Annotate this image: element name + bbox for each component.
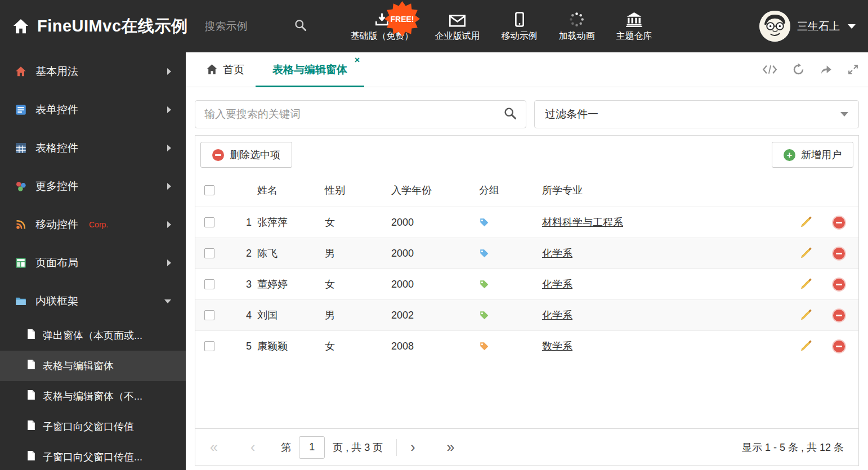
source-code-icon[interactable] bbox=[762, 64, 777, 75]
cell-name: 陈飞 bbox=[252, 247, 319, 260]
chevron-right-icon bbox=[167, 68, 171, 75]
sidebar-item-table-controls[interactable]: 表格控件 bbox=[0, 129, 186, 167]
row-checkbox[interactable] bbox=[204, 217, 214, 227]
top-header: FineUIMvc在线示例 FREE! 基础版（免费） 企业版试用 bbox=[0, 0, 868, 52]
edit-icon[interactable] bbox=[800, 246, 812, 258]
chevron-down-icon bbox=[848, 24, 856, 29]
delete-selected-label: 删除选中项 bbox=[230, 148, 280, 162]
sidebar-item-basic-usage[interactable]: 基本用法 bbox=[0, 52, 186, 91]
sidebar-subitem-child-to-parent[interactable]: 子窗口向父窗口传值 bbox=[0, 411, 186, 442]
nav-enterprise-trial[interactable]: 企业版试用 bbox=[435, 10, 480, 42]
table-row[interactable]: 4 刘国 男 2002 化学系 bbox=[195, 299, 858, 330]
page-number-input[interactable] bbox=[299, 436, 325, 459]
row-number: 1 bbox=[226, 217, 252, 229]
row-checkbox[interactable] bbox=[204, 310, 214, 320]
sidebar-item-inline-frame[interactable]: 内联框架 bbox=[0, 282, 186, 320]
sidebar-subitem-child-to-parent-2[interactable]: 子窗口向父窗口传值... bbox=[0, 442, 186, 470]
expand-icon[interactable] bbox=[847, 64, 859, 75]
tab-label: 表格与编辑窗体 bbox=[272, 62, 347, 77]
brand: FineUIMvc在线示例 bbox=[12, 15, 188, 38]
major-link[interactable]: 化学系 bbox=[542, 279, 572, 290]
cell-year: 2008 bbox=[386, 341, 471, 352]
header-search bbox=[205, 19, 307, 34]
major-link[interactable]: 数学系 bbox=[542, 341, 572, 352]
nav-mobile-demo[interactable]: 移动示例 bbox=[502, 10, 538, 42]
search-icon[interactable] bbox=[503, 106, 517, 122]
user-menu[interactable]: 三生石上 bbox=[759, 11, 856, 42]
sidebar-item-mobile-controls[interactable]: 移动控件 Corp. bbox=[0, 205, 186, 244]
keyword-search-input[interactable] bbox=[204, 108, 503, 120]
edit-icon[interactable] bbox=[800, 308, 812, 320]
next-page-button[interactable]: › bbox=[410, 440, 415, 454]
close-icon[interactable]: × bbox=[355, 56, 360, 65]
sidebar-item-more-controls[interactable]: 更多控件 bbox=[0, 167, 186, 205]
avatar bbox=[759, 11, 790, 42]
sidebar-subitem-grid-edit-window-2[interactable]: 表格与编辑窗体（不... bbox=[0, 381, 186, 411]
chevron-right-icon bbox=[167, 145, 171, 151]
table-row[interactable]: 3 董婷婷 女 2000 化学系 bbox=[195, 268, 858, 299]
delete-icon[interactable] bbox=[833, 248, 845, 259]
search-icon[interactable] bbox=[294, 19, 307, 34]
chevron-down-icon bbox=[840, 112, 848, 117]
chevron-right-icon bbox=[167, 183, 171, 190]
row-number: 4 bbox=[226, 310, 252, 321]
tab-grid-edit-window[interactable]: 表格与编辑窗体 × bbox=[256, 52, 364, 87]
sidebar-subitem-grid-edit-window[interactable]: 表格与编辑窗体 bbox=[0, 351, 186, 381]
nav-loading-animation[interactable]: 加载动画 bbox=[559, 10, 595, 42]
sidebar-subitem-popup-window[interactable]: 弹出窗体（本页面或... bbox=[0, 320, 186, 351]
row-checkbox[interactable] bbox=[204, 279, 214, 289]
filter-dropdown-value: 过滤条件一 bbox=[545, 107, 598, 122]
plus-circle-icon: + bbox=[784, 149, 795, 161]
cell-name: 董婷婷 bbox=[252, 277, 319, 291]
home-icon bbox=[15, 66, 27, 77]
table-row[interactable]: 1 张萍萍 女 2000 材料科学与工程系 bbox=[195, 207, 858, 238]
major-link[interactable]: 化学系 bbox=[542, 248, 572, 259]
select-all-checkbox[interactable] bbox=[204, 185, 214, 195]
filter-dropdown[interactable]: 过滤条件一 bbox=[534, 100, 859, 128]
edit-icon[interactable] bbox=[800, 215, 812, 227]
nav-label: 加载动画 bbox=[559, 30, 595, 42]
frame-icon bbox=[15, 296, 27, 307]
layout-icon bbox=[15, 257, 27, 268]
add-user-label: 新增用户 bbox=[801, 148, 842, 162]
row-checkbox[interactable] bbox=[204, 248, 214, 258]
delete-icon[interactable] bbox=[833, 279, 845, 290]
major-link[interactable]: 材料科学与工程系 bbox=[542, 217, 623, 228]
refresh-icon[interactable] bbox=[792, 63, 805, 76]
cell-year: 2000 bbox=[386, 279, 471, 290]
nav-theme-store[interactable]: 主题仓库 bbox=[616, 10, 652, 42]
major-link[interactable]: 化学系 bbox=[542, 310, 572, 321]
main-content: 首页 表格与编辑窗体 × bbox=[186, 52, 868, 470]
envelope-icon bbox=[449, 10, 466, 27]
delete-icon[interactable] bbox=[833, 310, 845, 321]
file-icon bbox=[27, 390, 35, 403]
tab-home[interactable]: 首页 bbox=[195, 52, 256, 87]
delete-icon[interactable] bbox=[833, 341, 845, 352]
last-page-button[interactable]: » bbox=[447, 440, 455, 454]
row-checkbox[interactable] bbox=[204, 341, 214, 351]
delete-icon[interactable] bbox=[833, 217, 845, 229]
mobile-icon bbox=[515, 10, 524, 27]
bank-icon bbox=[626, 10, 642, 27]
table-row[interactable]: 2 陈飞 男 2000 化学系 bbox=[195, 238, 858, 268]
sidebar-item-form-controls[interactable]: 表单控件 bbox=[0, 91, 186, 129]
delete-selected-button[interactable]: 删除选中项 bbox=[200, 142, 292, 168]
edit-icon[interactable] bbox=[800, 277, 812, 289]
cell-gender: 男 bbox=[319, 247, 386, 260]
header-search-input[interactable] bbox=[205, 20, 288, 33]
sidebar-item-label: 表格控件 bbox=[35, 141, 78, 155]
table-row[interactable]: 5 康颖颖 女 2008 数学系 bbox=[195, 330, 858, 361]
chevron-down-icon bbox=[164, 299, 171, 303]
edit-icon[interactable] bbox=[800, 339, 812, 351]
add-user-button[interactable]: + 新增用户 bbox=[772, 142, 853, 168]
user-name: 三生石上 bbox=[797, 19, 840, 34]
prev-page-button[interactable]: ‹ bbox=[250, 440, 255, 454]
sidebar-item-label: 基本用法 bbox=[35, 64, 78, 79]
share-icon[interactable] bbox=[820, 63, 833, 76]
tab-tools bbox=[762, 52, 859, 87]
first-page-button[interactable]: « bbox=[210, 440, 218, 454]
file-icon bbox=[27, 329, 35, 342]
sidebar-item-page-layout[interactable]: 页面布局 bbox=[0, 244, 186, 282]
chevron-right-icon bbox=[167, 106, 171, 113]
mobile-signal-icon bbox=[15, 219, 27, 230]
